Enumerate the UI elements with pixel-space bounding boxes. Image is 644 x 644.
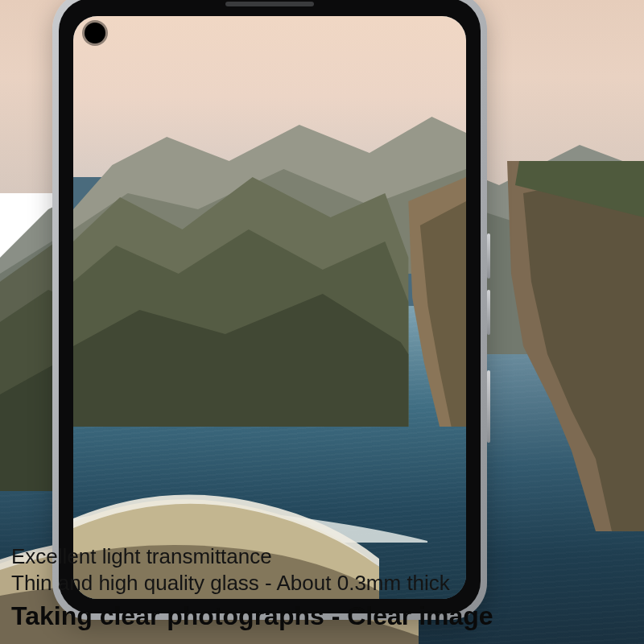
- background-cliff: [475, 161, 644, 531]
- phone-screen: [73, 16, 466, 599]
- phone-mockup: [52, 0, 487, 620]
- caption-block: Excellent light transmittance Thin and h…: [11, 543, 633, 633]
- phone-bezel: [59, 0, 481, 613]
- phone-earpiece: [225, 2, 314, 6]
- caption-line-1: Excellent light transmittance: [11, 543, 633, 570]
- phone-volume-up-button: [487, 233, 490, 279]
- caption-line-3: Taking clear photographs - Clear image: [11, 600, 633, 633]
- screen-mid-hills: [73, 153, 466, 427]
- front-camera-icon: [85, 23, 105, 43]
- phone-power-button: [487, 370, 490, 443]
- phone-volume-down-button: [487, 290, 490, 335]
- caption-line-2: Thin and high quality glass - About 0.3m…: [11, 570, 633, 597]
- product-image: Excellent light transmittance Thin and h…: [0, 0, 644, 644]
